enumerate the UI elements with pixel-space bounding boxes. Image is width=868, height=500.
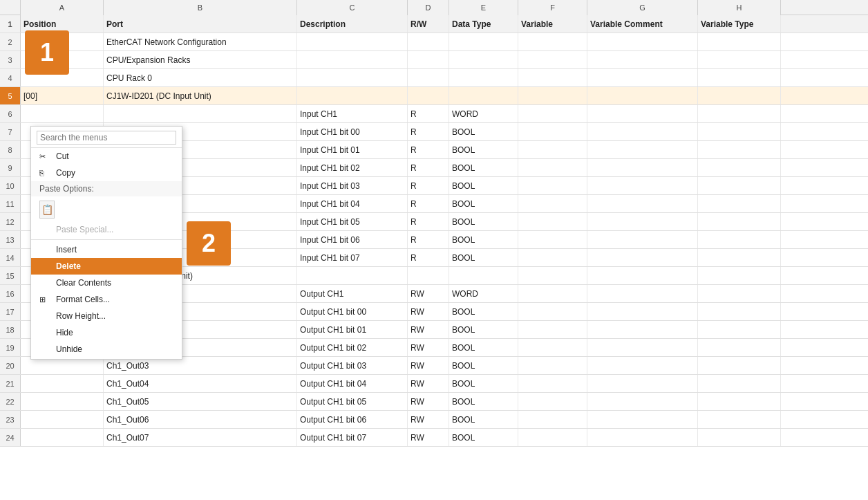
cell[interactable]	[698, 429, 781, 446]
cell[interactable]	[698, 249, 781, 266]
cell[interactable]	[698, 213, 781, 230]
context-menu-search[interactable]	[31, 128, 182, 148]
cell[interactable]	[408, 51, 449, 68]
cell[interactable]: Output CH1	[297, 285, 408, 302]
cell[interactable]	[518, 213, 587, 230]
context-menu-item-clear-contents[interactable]: Clear Contents	[31, 275, 182, 291]
cell[interactable]: CJ1W-ID201 (DC Input Unit)	[104, 87, 297, 104]
cell[interactable]	[698, 177, 781, 194]
row-number[interactable]: 7	[0, 123, 21, 140]
row-number[interactable]: 12	[0, 213, 21, 230]
cell[interactable]: Ch1_Out04	[104, 375, 297, 392]
cell[interactable]: EtherCAT Network Configuration	[104, 33, 297, 50]
cell[interactable]: Description	[297, 15, 408, 33]
cell[interactable]: CPU Rack 0	[104, 69, 297, 86]
cell[interactable]	[518, 105, 587, 122]
cell[interactable]	[21, 429, 104, 446]
cell[interactable]: BOOL	[449, 339, 518, 356]
table-row[interactable]: 21Ch1_Out04Output CH1 bit 04RWBOOL	[0, 375, 868, 393]
cell[interactable]	[587, 285, 698, 302]
cell[interactable]	[518, 141, 587, 158]
context-menu-item-unhide[interactable]: Unhide	[31, 341, 182, 358]
cell[interactable]	[518, 87, 587, 104]
row-number[interactable]: 23	[0, 411, 21, 428]
row-number[interactable]: 21	[0, 375, 21, 392]
row-number[interactable]: 13	[0, 231, 21, 248]
cell[interactable]	[587, 429, 698, 446]
table-row[interactable]: 4CPU Rack 0	[0, 69, 868, 87]
cell[interactable]: RW	[408, 285, 449, 302]
cell[interactable]	[698, 231, 781, 248]
cell[interactable]	[587, 87, 698, 104]
cell[interactable]: R	[408, 141, 449, 158]
cell[interactable]	[518, 339, 587, 356]
cell[interactable]	[587, 375, 698, 392]
cell[interactable]: R	[408, 105, 449, 122]
cell[interactable]	[698, 105, 781, 122]
cell[interactable]	[587, 195, 698, 212]
cell[interactable]: Input CH1 bit 04	[297, 195, 408, 212]
cell[interactable]	[449, 69, 518, 86]
cell[interactable]	[587, 249, 698, 266]
cell[interactable]: BOOL	[449, 321, 518, 338]
cell[interactable]	[21, 375, 104, 392]
cell[interactable]: Input CH1 bit 06	[297, 231, 408, 248]
cell[interactable]	[518, 285, 587, 302]
cell[interactable]: WORD	[449, 285, 518, 302]
table-row[interactable]: 1PositionPortDescriptionR/WData TypeVari…	[0, 15, 868, 33]
cell[interactable]: Input CH1 bit 03	[297, 177, 408, 194]
cell[interactable]	[518, 411, 587, 428]
cell[interactable]: Output CH1 bit 03	[297, 357, 408, 374]
cell[interactable]	[449, 51, 518, 68]
search-input[interactable]	[37, 131, 176, 145]
cell[interactable]	[587, 177, 698, 194]
cell[interactable]: RW	[408, 429, 449, 446]
table-row[interactable]: 2EtherCAT Network Configuration	[0, 33, 868, 51]
cell[interactable]: BOOL	[449, 159, 518, 176]
cell[interactable]	[518, 51, 587, 68]
cell[interactable]: Ch1_Out05	[104, 393, 297, 410]
cell[interactable]: Input CH1	[297, 105, 408, 122]
row-number[interactable]: 16	[0, 285, 21, 302]
cell[interactable]	[698, 87, 781, 104]
cell[interactable]	[698, 123, 781, 140]
cell[interactable]	[297, 267, 408, 284]
cell[interactable]	[698, 141, 781, 158]
cell[interactable]	[698, 69, 781, 86]
cell[interactable]	[698, 267, 781, 284]
col-header-c[interactable]: C	[297, 0, 408, 15]
cell[interactable]	[518, 123, 587, 140]
cell[interactable]: BOOL	[449, 213, 518, 230]
table-row[interactable]: 23Ch1_Out06Output CH1 bit 06RWBOOL	[0, 411, 868, 429]
context-menu-item-delete[interactable]: Delete	[31, 258, 182, 275]
cell[interactable]	[698, 357, 781, 374]
cell[interactable]	[587, 123, 698, 140]
context-menu-item-insert[interactable]: Insert	[31, 241, 182, 258]
cell[interactable]	[587, 303, 698, 320]
row-number[interactable]: 18	[0, 321, 21, 338]
cell[interactable]: Output CH1 bit 02	[297, 339, 408, 356]
context-menu-item-hide[interactable]: Hide	[31, 324, 182, 341]
table-row[interactable]: 24Ch1_Out07Output CH1 bit 07RWBOOL	[0, 429, 868, 447]
cell[interactable]	[587, 69, 698, 86]
cell[interactable]: WORD	[449, 105, 518, 122]
cell[interactable]: RW	[408, 357, 449, 374]
paste-icon-area[interactable]: 📋	[31, 196, 182, 221]
cell[interactable]	[698, 195, 781, 212]
col-header-f[interactable]: F	[518, 0, 587, 15]
context-menu-item-cut[interactable]: ✂Cut	[31, 148, 182, 165]
cell[interactable]: BOOL	[449, 411, 518, 428]
cell[interactable]: Input CH1 bit 05	[297, 213, 408, 230]
cell[interactable]: Output CH1 bit 07	[297, 429, 408, 446]
table-row[interactable]: 3CPU/Expansion Racks	[0, 51, 868, 69]
row-number[interactable]: 9	[0, 159, 21, 176]
cell[interactable]	[518, 393, 587, 410]
cell[interactable]	[587, 321, 698, 338]
row-number[interactable]: 17	[0, 303, 21, 320]
cell[interactable]: Data Type	[449, 15, 518, 33]
cell[interactable]	[518, 33, 587, 50]
cell[interactable]	[698, 33, 781, 50]
cell[interactable]	[518, 267, 587, 284]
cell[interactable]	[587, 393, 698, 410]
row-number[interactable]: 14	[0, 249, 21, 266]
